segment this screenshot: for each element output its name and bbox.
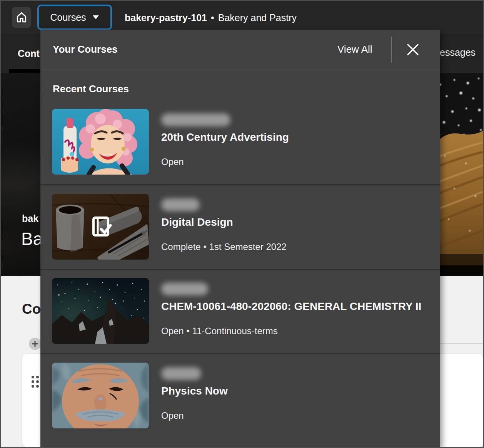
tab-messages[interactable]: essages <box>440 47 476 58</box>
home-button[interactable] <box>12 7 31 28</box>
content-heading-text: Co <box>22 301 41 317</box>
course-title: 20th Century Advertising <box>161 131 289 143</box>
tab-content[interactable]: Cont <box>18 48 40 59</box>
row-divider <box>40 269 440 270</box>
plus-icon <box>32 341 38 347</box>
course-thumbnail-advertising <box>52 109 149 175</box>
panel-header: Your Courses View All <box>40 30 440 70</box>
blurred-course-id <box>161 198 200 211</box>
course-status: Open • 11-Continuous-terms <box>161 326 278 336</box>
close-icon <box>406 43 420 57</box>
course-title: CHEM-10061-480-202060: GENERAL CHEMISTRY… <box>161 300 421 313</box>
course-thumbnail-physics <box>52 363 149 428</box>
course-row-advertising[interactable]: 20th Century Advertising Open <box>40 109 440 193</box>
close-panel-button[interactable] <box>401 37 425 62</box>
course-status: Complete • 1st Semester 2022 <box>161 241 287 252</box>
course-title: Physics Now <box>161 385 228 397</box>
courses-menu-button[interactable]: Courses <box>37 5 112 30</box>
row-divider <box>40 184 440 185</box>
course-row-physics[interactable]: Physics Now Open <box>40 363 440 447</box>
course-status: Open <box>161 410 184 421</box>
panel-header-separator <box>40 70 440 70</box>
hero-course-title-text: Ba <box>21 228 43 249</box>
app-screenshot: bak Ba <box>0 0 484 448</box>
add-content-button[interactable] <box>29 338 41 350</box>
blurred-course-id <box>161 113 230 126</box>
breadcrumb-course-id: bakery-pastry-101 <box>125 12 207 23</box>
course-thumbnail-digital-design <box>52 194 149 260</box>
breadcrumb-separator: • <box>211 12 214 23</box>
course-row-chemistry[interactable]: CHEM-10061-480-202060: GENERAL CHEMISTRY… <box>40 278 440 362</box>
courses-button-label: Courses <box>50 12 86 23</box>
header-vertical-divider <box>391 37 392 63</box>
course-title: Digital Design <box>161 216 233 228</box>
course-thumbnail-chemistry <box>52 278 149 344</box>
course-row-digital-design[interactable]: Digital Design Complete • 1st Semester 2… <box>40 194 440 278</box>
chevron-down-icon <box>92 15 99 20</box>
home-icon <box>15 11 28 24</box>
page-section-divider <box>439 343 484 344</box>
recent-courses-heading: Recent Courses <box>53 83 129 95</box>
breadcrumb-course-name: Bakery and Pastry <box>218 12 297 23</box>
hero-pastry-image-fragment <box>433 73 483 276</box>
hero-course-id-text: bak <box>22 213 38 224</box>
drag-handle[interactable] <box>32 376 39 388</box>
blurred-course-id <box>161 367 201 380</box>
blurred-course-id <box>161 283 208 295</box>
view-all-link[interactable]: View All <box>337 43 383 55</box>
panel-title: Your Courses <box>53 43 118 55</box>
course-status: Open <box>161 157 184 167</box>
your-courses-panel: Your Courses View All Recent Courses <box>40 30 440 447</box>
row-divider <box>40 353 440 354</box>
